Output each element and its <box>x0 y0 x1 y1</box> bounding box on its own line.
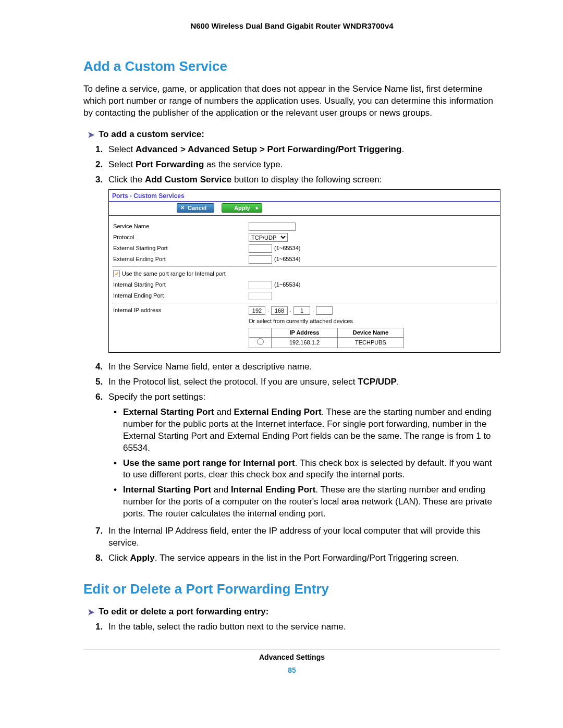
procedure-title: To add a custom service: <box>99 129 204 141</box>
row-ext-end: External Ending Port (1~65534) <box>112 254 497 265</box>
same-port-checkbox[interactable]: ✔ <box>113 270 120 277</box>
button-bar: Cancel Apply <box>109 202 500 214</box>
apply-button[interactable]: Apply <box>222 203 262 213</box>
step-2-1: In the table, select the radio button ne… <box>105 621 500 633</box>
ext-start-input[interactable] <box>249 244 272 253</box>
bullet-same-port-range: Use the same port range for Internal por… <box>123 458 500 482</box>
table-header-row: IP Address Device Name <box>249 328 404 338</box>
heading-edit-delete: Edit or Delete a Port Forwarding Entry <box>83 580 500 598</box>
procedure-heading-edit: ➤ To edit or delete a port forwarding en… <box>88 606 500 618</box>
manual-page: N600 Wireless Dual Band Gigabit Router W… <box>0 0 563 728</box>
divider <box>112 266 497 267</box>
protocol-select[interactable]: TCP/UDP <box>249 233 288 242</box>
ip-b-input[interactable]: 168 <box>271 306 288 315</box>
table-row: 192.168.1.2 TECHPUBS <box>249 338 404 348</box>
row-or-select: Or select from currently attached device… <box>112 316 497 327</box>
step-8: Click Apply. The service appears in the … <box>105 552 500 564</box>
footer-rule <box>83 649 500 649</box>
step-2: Select Port Forwarding as the service ty… <box>105 159 500 171</box>
screenshot-ports-custom-services: Ports - Custom Services Cancel Apply Ser… <box>108 189 500 353</box>
row-protocol: Protocol TCP/UDP <box>112 232 497 243</box>
port-settings-bullets: External Starting Port and External Endi… <box>108 406 500 520</box>
screenshot-title: Ports - Custom Services <box>109 190 500 200</box>
ip-d-input[interactable] <box>316 306 333 315</box>
row-int-start: Internal Starting Port (1~65534) <box>112 279 497 290</box>
bullet-internal-ports: Internal Starting Port and Internal Endi… <box>123 484 500 520</box>
ip-c-input[interactable]: 1 <box>293 306 310 315</box>
intro-paragraph: To define a service, game, or applicatio… <box>83 83 500 119</box>
chevron-right-icon: ➤ <box>88 607 94 618</box>
chevron-right-icon: ➤ <box>88 129 94 141</box>
row-same-port: ✔ Use the same port range for Internal p… <box>112 268 497 279</box>
row-ext-start: External Starting Port (1~65534) <box>112 243 497 254</box>
screenshot-body: Service Name Protocol TCP/UDP External S… <box>109 216 500 352</box>
row-int-end: Internal Ending Port <box>112 290 497 301</box>
int-end-input[interactable] <box>249 292 272 300</box>
bullet-external-ports: External Starting Port and External Endi… <box>123 406 500 454</box>
steps-list-2: In the table, select the radio button ne… <box>95 621 500 633</box>
step-3: Click the Add Custom Service button to d… <box>105 174 500 353</box>
footer-page-number: 85 <box>83 665 500 675</box>
procedure-title: To edit or delete a port forwarding entr… <box>99 606 269 618</box>
row-device-table: IP Address Device Name 192.168.1.2 TECHP… <box>112 327 497 348</box>
procedure-heading-add: ➤ To add a custom service: <box>88 129 500 141</box>
step-5: In the Protocol list, select the protoco… <box>105 376 500 388</box>
ip-a-input[interactable]: 192 <box>249 306 265 315</box>
cancel-button[interactable]: Cancel <box>177 203 214 213</box>
page-header: N600 Wireless Dual Band Gigabit Router W… <box>83 21 500 31</box>
step-1: Select Advanced > Advanced Setup > Port … <box>105 144 500 156</box>
footer-section-name: Advanced Settings <box>83 652 500 662</box>
step-4: In the Service Name field, enter a descr… <box>105 361 500 373</box>
device-select-radio[interactable] <box>257 338 264 345</box>
service-name-input[interactable] <box>249 223 296 231</box>
heading-add-custom-service: Add a Custom Service <box>83 57 500 76</box>
ext-end-input[interactable] <box>249 255 272 264</box>
step-6: Specify the port settings: External Star… <box>105 391 500 520</box>
row-int-ip: Internal IP address 192. 168. 1. <box>112 305 497 316</box>
steps-list-1: Select Advanced > Advanced Setup > Port … <box>95 144 500 564</box>
row-service-name: Service Name <box>112 221 497 232</box>
divider <box>112 303 497 303</box>
int-start-input[interactable] <box>249 281 272 289</box>
attached-devices-table: IP Address Device Name 192.168.1.2 TECHP… <box>249 328 404 348</box>
step-7: In the Internal IP Address field, enter … <box>105 525 500 549</box>
